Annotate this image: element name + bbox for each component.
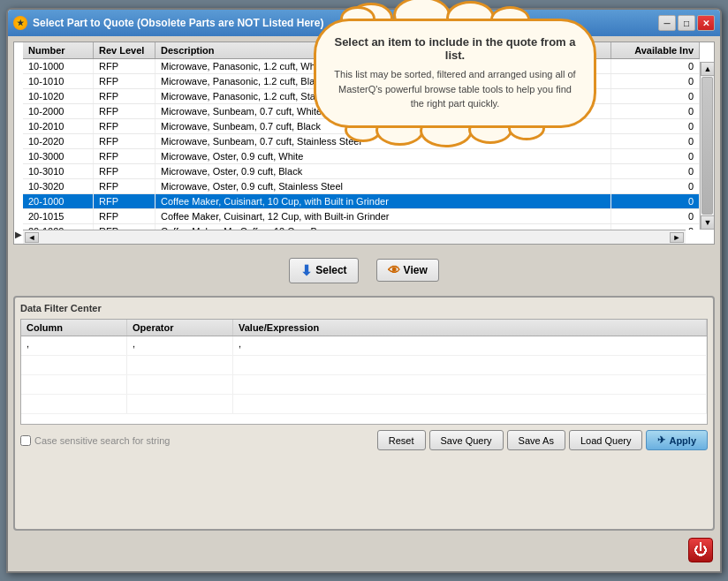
table-row[interactable]: 10-1010 RFP Microwave, Panasonic, 1.2 cu…	[23, 74, 700, 89]
apply-button[interactable]: ✈ Apply	[646, 430, 708, 450]
filter-op-cell	[127, 375, 233, 394]
view-button[interactable]: 👁 View	[376, 259, 439, 282]
filter-col-header: Column	[21, 320, 127, 336]
filter-row	[21, 395, 707, 414]
cell-inv: 0	[611, 119, 700, 133]
cell-rev: RFP	[94, 104, 155, 118]
select-button-label: Select	[315, 264, 346, 276]
filter-op-cell: ,	[127, 336, 233, 355]
cell-inv: 0	[611, 134, 700, 148]
cell-number: 20-1015	[23, 209, 94, 223]
cell-rev: RFP	[94, 74, 155, 88]
filter-row: , , ,	[21, 336, 707, 356]
table-rows-container[interactable]: 10-1000 RFP Microwave, Panasonic, 1.2 cu…	[23, 59, 700, 230]
cell-desc: Microwave, Sunbeam, 0.7 cuft, Stainless …	[155, 134, 611, 148]
filter-table: Column Operator Value/Expression , , ,	[20, 319, 708, 425]
title-buttons: ─ □ ✕	[658, 15, 715, 31]
cell-inv: 0	[611, 104, 700, 118]
save-as-button[interactable]: Save As	[507, 430, 565, 450]
close-button[interactable]: ✕	[697, 15, 715, 31]
cell-inv: 0	[611, 179, 700, 193]
cell-desc: Microwave, Panasonic, 1.2 cuft, Black	[155, 74, 611, 88]
minimize-button[interactable]: ─	[658, 15, 676, 31]
window-body: ▶ Number Rev Level Description Available…	[8, 36, 720, 571]
cell-rev: RFP	[94, 149, 155, 163]
filter-op-cell	[127, 395, 233, 413]
window-icon: ★	[13, 16, 27, 30]
cell-desc: Microwave, Oster, 0.9 cuft, Black	[155, 164, 611, 178]
filter-row	[21, 375, 707, 395]
case-sensitive-checkbox[interactable]	[20, 435, 31, 446]
col-desc: Description	[155, 42, 611, 58]
cell-desc: Microwave, Sunbeam, 0.7 cuft, White	[155, 104, 611, 118]
filter-col-cell	[21, 375, 127, 394]
select-icon: ⬇	[300, 262, 312, 279]
table-row[interactable]: 10-1020 RFP Microwave, Panasonic, 1.2 cu…	[23, 89, 700, 104]
filter-header: Column Operator Value/Expression	[21, 320, 707, 336]
filter-rows-container: , , ,	[21, 336, 707, 414]
case-sensitive-label: Case sensitive search for string	[34, 435, 170, 446]
filter-val-cell: ,	[233, 336, 707, 355]
cell-inv: 0	[611, 89, 700, 103]
scroll-thumb[interactable]	[701, 77, 713, 215]
cell-inv: 0	[611, 164, 700, 178]
table-row[interactable]: 20-1015 RFP Coffee Maker, Cuisinart, 12 …	[23, 209, 700, 224]
cell-number: 10-3000	[23, 149, 94, 163]
table-row[interactable]: 20-1000 RFP Coffee Maker, Cuisinart, 10 …	[23, 194, 700, 209]
table-row[interactable]: 10-2010 RFP Microwave, Sunbeam, 0.7 cuft…	[23, 119, 700, 134]
filter-col-cell	[21, 356, 127, 374]
cell-rev: RFP	[94, 194, 155, 208]
maximize-button[interactable]: □	[678, 15, 695, 31]
scroll-down-arrow[interactable]: ▼	[701, 215, 715, 230]
table-row[interactable]: 10-2020 RFP Microwave, Sunbeam, 0.7 cuft…	[23, 134, 700, 149]
table-row[interactable]: 10-3010 RFP Microwave, Oster, 0.9 cuft, …	[23, 164, 700, 179]
col-number: Number	[23, 42, 94, 58]
filter-val-cell	[233, 395, 707, 413]
scroll-right-arrow[interactable]: ►	[670, 232, 684, 243]
horizontal-scrollbar[interactable]: ◄ ►	[23, 230, 686, 244]
cell-desc: Coffee Maker, Cuisinart, 12 Cup, with Bu…	[155, 209, 611, 223]
cell-number: 10-2000	[23, 104, 94, 118]
cell-number: 10-2010	[23, 119, 94, 133]
vertical-scrollbar[interactable]: ▲ ▼	[700, 62, 714, 230]
power-button[interactable]: ⏻	[688, 538, 713, 562]
table-header: Number Rev Level Description Available I…	[23, 42, 700, 59]
cell-desc: Microwave, Panasonic, 1.2 cuft, White	[155, 59, 611, 73]
filter-buttons: Reset Save Query Save As Load Query ✈ Ap…	[377, 430, 708, 450]
cell-rev: RFP	[94, 179, 155, 193]
cell-number: 10-3010	[23, 164, 94, 178]
parts-table: ▶ Number Rev Level Description Available…	[13, 42, 715, 245]
cell-rev: RFP	[94, 164, 155, 178]
cell-number: 20-1000	[23, 194, 94, 208]
apply-label: Apply	[669, 435, 696, 446]
data-filter-label: Data Filter Center	[20, 303, 708, 313]
table-row[interactable]: 10-3000 RFP Microwave, Oster, 0.9 cuft, …	[23, 149, 700, 164]
load-query-button[interactable]: Load Query	[569, 430, 642, 450]
cell-number: 10-2020	[23, 134, 94, 148]
filter-val-cell	[233, 375, 707, 394]
scroll-left-arrow[interactable]: ◄	[25, 232, 39, 243]
save-query-button[interactable]: Save Query	[429, 430, 504, 450]
table-row[interactable]: 10-3020 RFP Microwave, Oster, 0.9 cuft, …	[23, 179, 700, 194]
reset-button[interactable]: Reset	[377, 430, 426, 450]
filter-row	[21, 356, 707, 375]
view-button-label: View	[404, 264, 428, 276]
cell-number: 10-1020	[23, 89, 94, 103]
cell-inv: 0	[611, 209, 700, 223]
cell-number: 10-3020	[23, 179, 94, 193]
cell-desc: Microwave, Oster, 0.9 cuft, Stainless St…	[155, 179, 611, 193]
apply-icon: ✈	[657, 434, 665, 446]
table-row[interactable]: 10-2000 RFP Microwave, Sunbeam, 0.7 cuft…	[23, 104, 700, 119]
select-button[interactable]: ⬇ Select	[289, 258, 358, 283]
cell-rev: RFP	[94, 134, 155, 148]
scroll-up-arrow[interactable]: ▲	[701, 62, 715, 76]
case-sensitive-row: Case sensitive search for string	[20, 435, 170, 446]
filter-col-cell	[21, 395, 127, 413]
table-row[interactable]: 10-1000 RFP Microwave, Panasonic, 1.2 cu…	[23, 59, 700, 74]
data-filter-section: Data Filter Center Column Operator Value…	[13, 296, 715, 531]
filter-bottom: Case sensitive search for string Reset S…	[20, 430, 708, 450]
cell-desc: Coffee Maker, Cuisinart, 10 Cup, with Bu…	[155, 194, 611, 208]
filter-op-header: Operator	[127, 320, 233, 336]
col-rev: Rev Level	[94, 42, 155, 58]
filter-op-cell	[127, 356, 233, 374]
